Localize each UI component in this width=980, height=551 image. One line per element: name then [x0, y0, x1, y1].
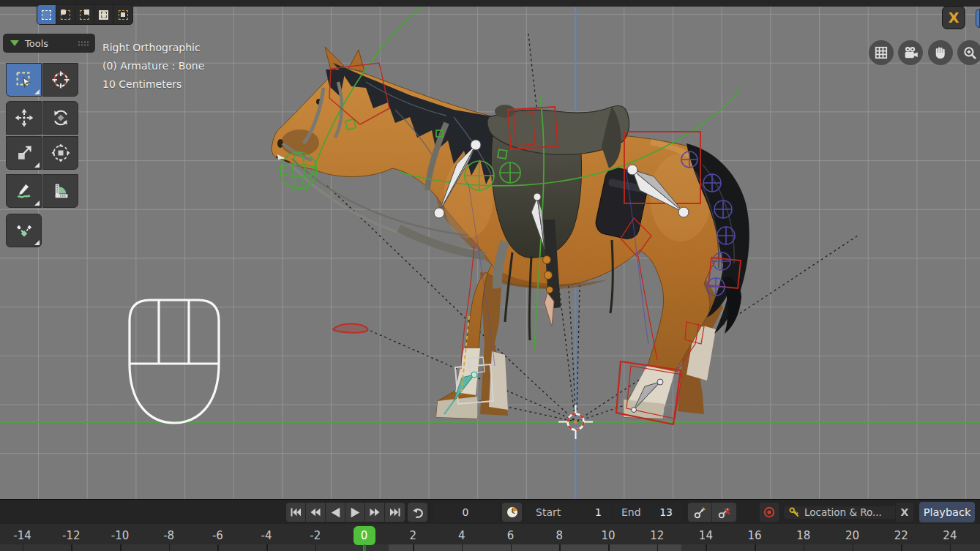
ruler-frame-label: 22 — [894, 529, 908, 542]
jump-to-end-icon — [389, 506, 402, 519]
keyframe-buttons — [688, 503, 736, 522]
insert-keyframe-button[interactable] — [688, 503, 712, 522]
ruler-frame-label: -10 — [111, 529, 130, 542]
tool-pose-breakdowner[interactable] — [6, 214, 42, 247]
current-frame-value: 0 — [463, 506, 469, 518]
select-extend-button[interactable] — [56, 5, 75, 24]
ruler-frame-label: -8 — [163, 529, 174, 542]
previous-keyframe-button[interactable] — [306, 503, 326, 522]
projection-toggle-button[interactable] — [869, 40, 894, 65]
ruler-tick — [706, 544, 707, 551]
ruler-tick — [169, 544, 171, 551]
ruler-frame-label: 18 — [796, 529, 810, 542]
tools-panel-title: Tools — [25, 38, 48, 49]
previous-keyframe-icon — [309, 506, 322, 519]
frame-ruler[interactable]: -14-12-10-8-6-4-224681012141618202224 0 — [0, 524, 980, 551]
back-arrow-button[interactable] — [408, 503, 427, 522]
blender-window: Tools — [0, 0, 980, 551]
select-invert-button[interactable] — [94, 5, 113, 24]
tool-rotate[interactable] — [42, 101, 78, 135]
ruler-tick — [364, 544, 366, 551]
ruler-frame-label: 10 — [601, 529, 615, 542]
scale-tool-icon — [15, 143, 34, 162]
red-scribble-annotation — [333, 324, 368, 333]
play-icon — [348, 506, 362, 520]
current-frame-field[interactable]: 0 — [433, 503, 498, 522]
panel-grip-icon[interactable] — [78, 40, 89, 47]
select-extend-glyph — [61, 10, 66, 15]
ruler-tick — [608, 544, 610, 551]
camera-view-button[interactable] — [898, 40, 923, 65]
axis-gizmo-x[interactable]: X — [942, 6, 965, 29]
keying-set-dropdown[interactable]: Location & Ro... — [784, 506, 895, 519]
play-reverse-button[interactable] — [326, 503, 345, 522]
tools-panel-header[interactable]: Tools — [3, 34, 95, 53]
delete-keyframe-button[interactable] — [712, 503, 736, 522]
tool-transform[interactable] — [42, 136, 78, 170]
frame-start-field[interactable]: Start 1 — [526, 503, 611, 522]
frame-end-field[interactable]: End 13 — [612, 503, 682, 522]
ruler-tick — [23, 544, 24, 551]
ruler-frame-label: -6 — [212, 529, 223, 542]
auto-snap-button[interactable] — [502, 503, 522, 522]
tool-select-box[interactable] — [6, 63, 42, 97]
jump-to-start-button[interactable] — [286, 503, 306, 522]
jump-to-start-icon — [289, 506, 302, 519]
measure-tool-icon — [51, 181, 70, 200]
tool-move[interactable] — [6, 101, 42, 135]
select-subtract-button[interactable] — [75, 5, 94, 24]
ruler-frame-label: 20 — [845, 529, 859, 542]
ruler-tick — [950, 544, 951, 551]
current-frame-badge[interactable]: 0 — [354, 526, 375, 545]
viewport-overlay-text: Right Orthographic (0) Armature : Bone 1… — [102, 39, 204, 94]
play-reverse-icon — [329, 506, 343, 520]
next-keyframe-button[interactable] — [365, 503, 385, 522]
timeline-header-bar: 0 Start 1 End 13 — [0, 499, 980, 524]
pose-breakdowner-icon — [15, 221, 34, 240]
annotate-tool-icon — [15, 181, 34, 200]
tool-scale[interactable] — [6, 136, 42, 170]
pan-hand-button[interactable] — [928, 40, 953, 65]
axis-gizmo-x-label: X — [949, 10, 960, 26]
camera-icon — [902, 45, 919, 61]
back-arrow-icon — [411, 506, 424, 520]
zoom-button[interactable] — [957, 40, 980, 65]
select-box-icon — [15, 70, 34, 89]
delete-keyframe-icon — [717, 506, 731, 520]
ruler-frame-label: 14 — [699, 529, 713, 542]
tool-measure[interactable] — [42, 174, 78, 208]
ruler-frame-label: 12 — [650, 529, 664, 542]
rotate-tool-icon — [51, 108, 70, 127]
3d-viewport[interactable]: Tools — [0, 0, 980, 499]
panel-collapse-caret-icon[interactable] — [10, 40, 19, 46]
tool-cursor[interactable] — [42, 63, 78, 97]
ruler-frame-label: 24 — [943, 529, 957, 542]
keying-set-clear-button[interactable]: X — [896, 503, 913, 522]
hand-icon — [933, 45, 948, 60]
select-set-button[interactable] — [37, 5, 56, 24]
select-invert-icon — [101, 12, 107, 18]
select-mode-bar — [37, 4, 133, 25]
transport-controls — [286, 503, 405, 522]
tool-annotate[interactable] — [6, 174, 42, 208]
playback-menu[interactable]: Playback — [919, 502, 975, 522]
jump-to-end-button[interactable] — [385, 503, 405, 522]
ruler-frame-label: 8 — [556, 529, 564, 542]
play-button[interactable] — [345, 503, 365, 522]
axis-gizmo-edge-ball[interactable] — [976, 9, 980, 28]
ruler-frame-label: -2 — [310, 529, 321, 542]
auto-keying-button[interactable] — [760, 503, 779, 522]
ruler-frame-label: 16 — [748, 529, 762, 542]
ruler-frame-label: 6 — [507, 529, 515, 542]
horse-hooves — [436, 348, 675, 419]
ruler-tick — [755, 544, 756, 551]
grid-icon — [874, 45, 889, 60]
select-intersect-button[interactable] — [113, 5, 132, 24]
frame-range-highlight — [389, 544, 681, 551]
ruler-frame-label: -4 — [261, 529, 272, 542]
cursor-tool-icon — [51, 70, 70, 89]
frame-range-fields: Start 1 End 13 — [526, 503, 682, 522]
transform-tool-icon — [51, 143, 70, 162]
keying-set-label: Location & Ro... — [804, 506, 882, 518]
frame-start-label: Start — [536, 506, 561, 518]
